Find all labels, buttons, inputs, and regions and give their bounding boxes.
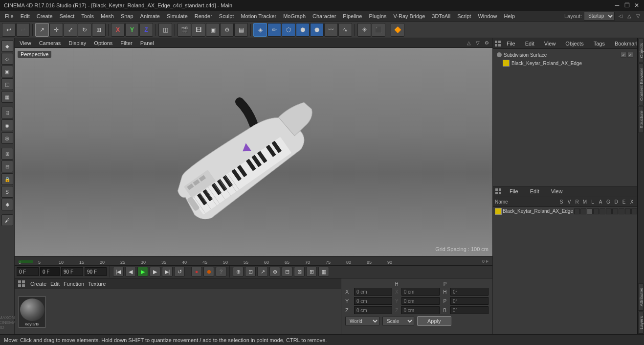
maximize-button[interactable]: ❐ — [623, 2, 630, 9]
tag-ctrl-6[interactable] — [606, 208, 612, 214]
menu-character[interactable]: Character — [310, 12, 339, 20]
grid-button[interactable]: ⊞ — [1, 148, 13, 160]
mat-menu-create[interactable]: Create — [30, 281, 46, 287]
render-settings-button[interactable]: ⚙ — [220, 23, 234, 37]
structure-side-tab[interactable]: Structure — [638, 106, 644, 133]
object-item-keytar[interactable]: Black_Keytar_Roland_AX_Edge — [495, 59, 635, 68]
select-tool-button[interactable]: ↗ — [35, 23, 49, 37]
material-item-0[interactable]: KeytarBl — [19, 296, 45, 328]
tag-file-tab[interactable]: File — [506, 187, 522, 195]
menu-simulate[interactable]: Simulate — [164, 12, 191, 20]
material-tag-button[interactable]: ⬡ — [282, 23, 295, 37]
layout-btn-2[interactable]: △ — [625, 12, 633, 20]
coord-x-pos[interactable] — [354, 288, 392, 296]
object-item-subdivision[interactable]: Subdivision Surface ✓ ✓ — [495, 51, 635, 59]
menu-edit[interactable]: Edit — [18, 12, 33, 20]
tag-ctrl-10[interactable] — [631, 208, 637, 214]
tag-ctrl-9[interactable] — [625, 208, 631, 214]
play-button[interactable]: ▶ — [137, 267, 148, 276]
coord-space-dropdown[interactable]: World — [345, 317, 379, 325]
obj-mgr-tags-tab[interactable]: Tags — [590, 40, 609, 47]
obj-mgr-objects-tab[interactable]: Objects — [561, 40, 587, 47]
timeline-btn-3[interactable]: ⊞ — [306, 267, 317, 276]
filter-tab[interactable]: Filter — [117, 40, 135, 46]
ik-button[interactable]: ⊛ — [269, 267, 280, 276]
menu-window[interactable]: Window — [475, 12, 500, 20]
menu-tools[interactable]: Tools — [78, 12, 97, 20]
view-tab[interactable]: View — [17, 40, 34, 46]
scale-tool-button[interactable]: ⤢ — [64, 23, 77, 37]
redo-button[interactable]: ↩ — [16, 23, 30, 37]
layers-side-tab[interactable]: Layers — [638, 312, 644, 334]
panel-tab[interactable]: Panel — [137, 40, 157, 46]
coord-x-rot[interactable] — [450, 288, 489, 296]
menu-script[interactable]: Script — [454, 12, 474, 20]
xray-button[interactable]: ✱ — [1, 199, 13, 210]
coord-x-size[interactable] — [401, 288, 440, 296]
tag-edit-tab[interactable]: Edit — [526, 187, 543, 195]
next-frame-button[interactable]: ▶ — [150, 267, 160, 276]
snap-button[interactable]: 🔶 — [391, 23, 404, 37]
close-button[interactable]: ✕ — [633, 2, 640, 9]
texture-mode-button[interactable]: ◎ — [1, 132, 13, 144]
null-object-button[interactable]: ◈ — [253, 23, 267, 37]
go-to-start-button[interactable]: |◀ — [113, 267, 124, 276]
tag-ctrl-4[interactable] — [593, 208, 599, 214]
coord-y-pos[interactable] — [354, 297, 392, 305]
prev-frame-button[interactable]: ◀ — [125, 267, 136, 276]
menu-sculpt[interactable]: Sculpt — [216, 12, 237, 20]
coord-z-size[interactable] — [401, 306, 439, 314]
apply-button[interactable]: Apply — [417, 316, 451, 326]
menu-vray[interactable]: V-Ray Bridge — [391, 12, 428, 20]
spline-button[interactable]: ∿ — [338, 23, 352, 37]
add-key-button[interactable]: ⊕ — [233, 267, 244, 276]
nurbs-button[interactable]: 〰 — [324, 23, 338, 37]
coord-z-rot[interactable] — [450, 306, 489, 314]
vp-ctrl-settings[interactable]: ⚙ — [483, 39, 490, 47]
total-frames-input[interactable] — [85, 267, 107, 276]
menu-create[interactable]: Create — [34, 12, 56, 20]
auto-key-button[interactable]: ⏺ — [203, 267, 214, 276]
obj-mgr-view-tab[interactable]: View — [540, 40, 560, 47]
obj-cb-2[interactable]: ✓ — [627, 52, 633, 58]
render-frame-button[interactable]: 🎬 — [178, 23, 191, 37]
menu-animate[interactable]: Animate — [137, 12, 163, 20]
transform-tool-button[interactable]: ⊞ — [92, 23, 106, 37]
end-frame-input[interactable] — [61, 267, 83, 276]
menu-snap[interactable]: Snap — [118, 12, 136, 20]
coord-y-size[interactable] — [401, 297, 440, 305]
pen-tool-button[interactable]: ✏ — [267, 23, 281, 37]
uv-mode-button[interactable]: ⌹ — [1, 107, 13, 118]
record-button[interactable]: ● — [191, 267, 202, 276]
tag-ctrl-5[interactable] — [600, 208, 605, 214]
objects-side-tab[interactable]: Objects — [638, 39, 644, 63]
vp-ctrl-up[interactable]: △ — [465, 39, 473, 47]
rotate-tool-button[interactable]: ↻ — [78, 23, 91, 37]
menu-plugins[interactable]: Plugins — [366, 12, 389, 20]
timeline-btn-4[interactable]: ▦ — [318, 267, 329, 276]
motion-path-button[interactable]: ↗ — [257, 267, 268, 276]
timeline-btn-1[interactable]: ⊟ — [282, 267, 292, 276]
render-region-button[interactable]: 🎞 — [192, 23, 205, 37]
mat-menu-function[interactable]: Function — [64, 281, 84, 287]
menu-mesh[interactable]: Mesh — [98, 12, 117, 20]
mesh-mode-button[interactable]: ◇ — [1, 53, 13, 65]
undo-button[interactable]: ↩ — [2, 23, 16, 37]
move-tool-button[interactable]: ✛ — [49, 23, 63, 37]
menu-pipeline[interactable]: Pipeline — [340, 12, 365, 20]
menu-file[interactable]: File — [2, 12, 17, 20]
x-axis-button[interactable]: X — [111, 23, 125, 37]
deformer-button[interactable]: ⬢ — [296, 23, 310, 37]
object-mode-button[interactable]: ▣ — [1, 66, 13, 77]
tag-ctrl-7[interactable] — [612, 208, 618, 214]
menu-help[interactable]: Help — [501, 12, 518, 20]
menu-motion-tracker[interactable]: Motion Tracker — [238, 12, 279, 20]
generator-button[interactable]: ⬣ — [310, 23, 324, 37]
loop-button[interactable]: ↺ — [174, 267, 185, 276]
solo-button[interactable]: S — [1, 186, 13, 198]
y-axis-button[interactable]: Y — [125, 23, 139, 37]
key-all-button[interactable]: ? — [216, 267, 226, 276]
tag-ctrl-3[interactable] — [587, 208, 593, 214]
mat-menu-edit[interactable]: Edit — [50, 281, 60, 287]
snap-left-button[interactable]: ⊟ — [1, 161, 13, 172]
